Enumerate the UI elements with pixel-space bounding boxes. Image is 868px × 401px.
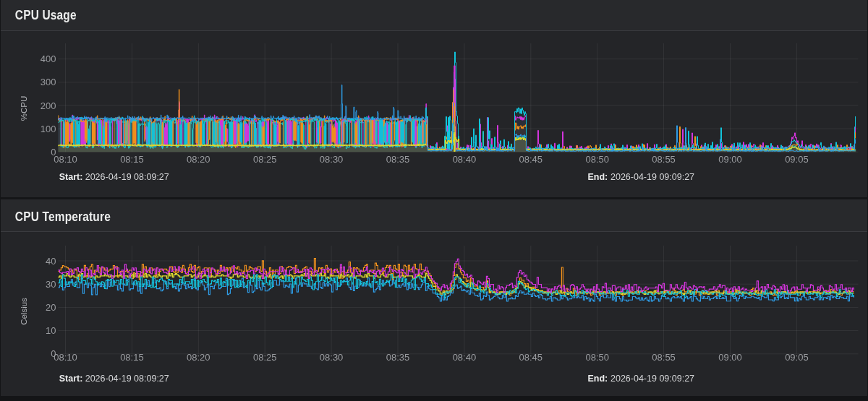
- svg-text:40: 40: [46, 256, 56, 267]
- svg-text:09:00: 09:00: [718, 352, 742, 363]
- svg-text:09:05: 09:05: [785, 154, 809, 165]
- svg-text:Celsius: Celsius: [20, 298, 28, 325]
- svg-text:400: 400: [41, 53, 56, 64]
- svg-text:08:30: 08:30: [320, 352, 344, 363]
- svg-text:08:20: 08:20: [187, 154, 210, 165]
- svg-text:%CPU: %CPU: [20, 96, 28, 121]
- svg-text:08:35: 08:35: [386, 352, 410, 363]
- svg-text:08:25: 08:25: [253, 352, 277, 363]
- svg-text:08:50: 08:50: [585, 352, 609, 363]
- svg-text:08:10: 08:10: [54, 154, 77, 165]
- svg-text:08:25: 08:25: [253, 154, 277, 165]
- svg-text:20: 20: [46, 302, 56, 313]
- svg-text:08:40: 08:40: [453, 352, 477, 363]
- svg-text:End:: End:: [588, 374, 608, 384]
- svg-text:08:45: 08:45: [519, 352, 543, 363]
- svg-text:2026-04-19 09:09:27: 2026-04-19 09:09:27: [610, 172, 694, 182]
- svg-text:Start:: Start:: [59, 172, 83, 182]
- svg-text:10: 10: [46, 325, 56, 336]
- svg-text:200: 200: [41, 100, 56, 111]
- svg-text:2026-04-19 09:09:27: 2026-04-19 09:09:27: [610, 374, 694, 384]
- svg-text:08:15: 08:15: [120, 154, 144, 165]
- svg-text:30: 30: [46, 279, 56, 290]
- svg-text:08:35: 08:35: [386, 154, 410, 165]
- svg-text:09:00: 09:00: [718, 154, 742, 165]
- svg-text:08:45: 08:45: [519, 154, 543, 165]
- svg-text:08:50: 08:50: [585, 154, 609, 165]
- svg-text:300: 300: [41, 77, 56, 87]
- svg-text:08:30: 08:30: [320, 154, 344, 165]
- svg-text:2026-04-19 08:09:27: 2026-04-19 08:09:27: [85, 172, 169, 182]
- svg-text:End:: End:: [588, 172, 608, 182]
- svg-text:100: 100: [41, 124, 56, 134]
- svg-text:09:05: 09:05: [785, 352, 809, 363]
- svg-text:08:15: 08:15: [120, 352, 144, 363]
- svg-text:2026-04-19 08:09:27: 2026-04-19 08:09:27: [85, 374, 169, 384]
- svg-text:08:40: 08:40: [453, 154, 477, 165]
- svg-text:08:10: 08:10: [54, 352, 77, 363]
- svg-text:Start:: Start:: [59, 374, 83, 384]
- svg-text:08:55: 08:55: [652, 154, 676, 165]
- svg-text:08:20: 08:20: [187, 352, 210, 363]
- svg-text:08:55: 08:55: [652, 352, 676, 363]
